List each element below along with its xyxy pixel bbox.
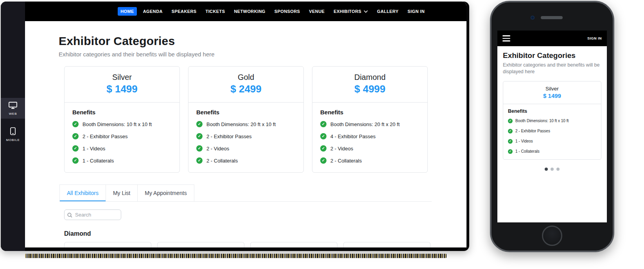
benefit-text: 1 - Collaterals — [83, 158, 114, 164]
benefit-text: 2 - Exhibitor Passes — [515, 129, 550, 133]
benefits-heading: Benefits — [320, 109, 420, 116]
benefit-text: Booth Dimensions: 20 ft x 20 ft — [330, 121, 400, 127]
page-subtitle: Exhibitor categories and their benefits … — [59, 51, 466, 58]
main-nav: HOME AGENDA SPEAKERS TICKETS NETWORKING … — [25, 2, 466, 21]
category-header: Diamond $ 4999 — [312, 67, 427, 103]
check-circle-icon: ✓ — [320, 145, 326, 152]
search-icon — [67, 212, 72, 219]
nav-item-tickets[interactable]: TICKETS — [203, 7, 228, 16]
benefit-item: ✓ Booth Dimensions: 10 ft x 10 ft — [508, 119, 596, 123]
mobile-preview-frame: SIGN IN Exhibitor Categories Exhibitor c… — [490, 1, 614, 252]
check-circle-icon: ✓ — [72, 145, 79, 152]
web-viewport: HOME AGENDA SPEAKERS TICKETS NETWORKING … — [25, 2, 466, 247]
check-circle-icon: ✓ — [196, 157, 203, 164]
smartphone-icon — [10, 127, 16, 136]
benefit-item: ✓ 1 - Collaterals — [72, 157, 172, 164]
category-header: Silver $ 1499 — [65, 67, 179, 103]
benefit-item: ✓ 2 - Videos — [196, 145, 296, 152]
home-button[interactable] — [542, 226, 562, 246]
check-circle-icon: ✓ — [196, 133, 203, 139]
benefit-text: 1 - Collaterals — [515, 149, 540, 153]
mobile-page-content: Exhibitor Categories Exhibitor categorie… — [497, 46, 607, 171]
benefits-heading: Benefits — [508, 108, 596, 114]
category-body: Benefits ✓ Booth Dimensions: 20 ft x 20 … — [312, 103, 427, 172]
nav-item-speakers[interactable]: SPEAKERS — [169, 7, 199, 16]
carousel-dot[interactable] — [556, 168, 560, 171]
category-name: Silver — [503, 86, 601, 92]
check-circle-icon: ✓ — [508, 149, 513, 154]
hamburger-menu-icon[interactable] — [502, 35, 510, 42]
carousel-dots — [503, 168, 601, 171]
nav-item-exhibitors[interactable]: EXHIBITORS — [331, 7, 371, 16]
web-preview-frame: WEB MOBILE HOME AGENDA SPEAKERS TICKETS … — [1, 2, 469, 251]
tab-my-appointments[interactable]: My Appointments — [138, 184, 194, 201]
device-toggle-web-label: WEB — [9, 112, 17, 116]
check-circle-icon: ✓ — [508, 139, 513, 144]
tab-all-exhibitors[interactable]: All Exhibitors — [59, 184, 106, 201]
category-price: $ 4999 — [312, 83, 427, 95]
nav-item-exhibitors-label: EXHIBITORS — [334, 9, 361, 14]
exhibitor-tabs: All Exhibitors My List My Appointments — [59, 184, 432, 202]
benefits-heading: Benefits — [196, 109, 296, 116]
monitor-icon — [9, 102, 17, 110]
benefit-text: 2 - Collaterals — [206, 158, 238, 164]
benefit-item: ✓ 2 - Exhibitor Passes — [508, 129, 596, 134]
benefit-item: ✓ 2 - Collaterals — [320, 157, 420, 164]
benefit-list: ✓ Booth Dimensions: 20 ft x 10 ft ✓ 2 - … — [196, 121, 296, 164]
tab-my-list[interactable]: My List — [106, 184, 138, 201]
device-toggle-rail: WEB MOBILE — [1, 2, 25, 251]
category-card-gold: Gold $ 2499 Benefits ✓ Booth Dimensions:… — [188, 66, 304, 173]
benefit-list: ✓ Booth Dimensions: 20 ft x 20 ft ✓ 4 - … — [320, 121, 420, 164]
benefit-item: ✓ Booth Dimensions: 10 ft x 10 ft — [72, 121, 172, 127]
page-title: Exhibitor Categories — [59, 34, 466, 48]
carousel-dot[interactable] — [545, 168, 548, 171]
check-circle-icon: ✓ — [72, 133, 79, 139]
nav-item-gallery[interactable]: GALLERY — [374, 7, 401, 16]
category-price: $ 1499 — [65, 83, 179, 95]
category-header: Silver $ 1499 — [503, 81, 601, 104]
exhibitor-card[interactable] — [64, 242, 151, 247]
benefit-text: 1 - Videos — [515, 139, 533, 143]
mobile-sign-in[interactable]: SIGN IN — [587, 36, 602, 40]
benefit-text: 4 - Exhibitor Passes — [330, 134, 376, 139]
benefit-text: 2 - Exhibitor Passes — [83, 134, 128, 139]
benefit-text: 2 - Videos — [330, 146, 353, 152]
mobile-page-subtitle: Exhibitor categories and their benefits … — [503, 62, 601, 75]
benefit-list: ✓ Booth Dimensions: 10 ft x 10 ft ✓ 2 - … — [508, 119, 596, 154]
nav-item-sponsors[interactable]: SPONSORS — [272, 7, 303, 16]
fine-print-strip — [25, 254, 447, 258]
search-input[interactable] — [64, 209, 121, 220]
device-toggle-web[interactable]: WEB — [1, 98, 25, 119]
check-circle-icon: ✓ — [72, 157, 79, 164]
search-box — [64, 209, 121, 220]
category-body: Benefits ✓ Booth Dimensions: 10 ft x 10 … — [503, 104, 601, 159]
exhibitor-card[interactable] — [250, 242, 337, 247]
exhibitor-cards-row — [59, 242, 466, 247]
benefit-text: 1 - Videos — [83, 146, 105, 152]
mobile-page-title: Exhibitor Categories — [503, 51, 601, 60]
category-name: Gold — [188, 73, 303, 82]
category-cards-row: Silver $ 1499 Benefits ✓ Booth Dimension… — [59, 66, 466, 173]
benefit-item: ✓ 1 - Videos — [72, 145, 172, 152]
check-circle-icon: ✓ — [508, 119, 513, 123]
category-name: Silver — [65, 73, 179, 82]
check-circle-icon: ✓ — [72, 121, 79, 127]
nav-item-home[interactable]: HOME — [118, 7, 137, 16]
check-circle-icon: ✓ — [320, 157, 326, 164]
benefit-item: ✓ 1 - Collaterals — [508, 149, 596, 154]
category-body: Benefits ✓ Booth Dimensions: 20 ft x 10 … — [188, 103, 303, 172]
nav-item-sign-in[interactable]: SIGN IN — [405, 7, 427, 16]
category-body: Benefits ✓ Booth Dimensions: 10 ft x 10 … — [65, 103, 179, 172]
nav-item-agenda[interactable]: AGENDA — [140, 7, 165, 16]
device-toggle-mobile[interactable]: MOBILE — [1, 123, 25, 145]
nav-item-venue[interactable]: VENUE — [306, 7, 327, 16]
exhibitor-card[interactable] — [157, 242, 244, 247]
mobile-nav: SIGN IN — [497, 31, 607, 46]
benefit-text: 2 - Videos — [206, 146, 229, 152]
exhibitor-card[interactable] — [343, 242, 431, 247]
carousel-dot[interactable] — [551, 168, 554, 171]
benefit-item: ✓ 4 - Exhibitor Passes — [320, 133, 420, 139]
check-circle-icon: ✓ — [508, 129, 513, 134]
benefit-text: Booth Dimensions: 10 ft x 10 ft — [515, 119, 569, 123]
nav-item-networking[interactable]: NETWORKING — [231, 7, 268, 16]
